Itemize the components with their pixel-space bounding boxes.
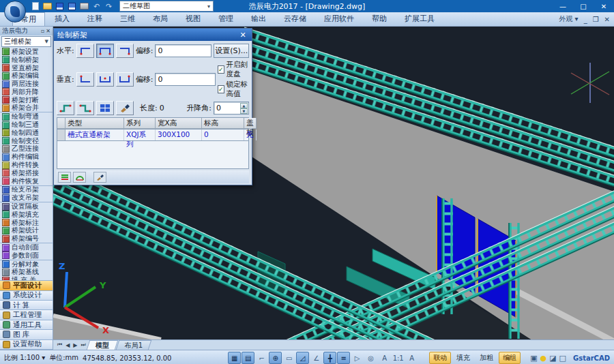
ribbon-tab[interactable]: 管理 (210, 12, 242, 26)
app-logo-icon[interactable] (4, 1, 26, 22)
model-tab[interactable]: 模型 (86, 340, 118, 350)
ribbon-tab[interactable]: 视图 (177, 12, 209, 26)
dial-checkbox[interactable]: ✓ 开启刻度盘 (218, 60, 249, 79)
horiz-align-center-button[interactable] (96, 44, 114, 58)
status-toggle[interactable]: 联动 (429, 352, 451, 364)
lineweight-icon[interactable]: ▷ (351, 352, 364, 364)
bulb-icon[interactable]: ● (540, 354, 547, 363)
doc-restore-button[interactable]: ❐ (593, 16, 599, 23)
palette-category[interactable]: 设置帮助 (0, 339, 53, 350)
clean-screen-icon[interactable]: ◪ (549, 354, 556, 363)
fullscreen-icon[interactable]: □ (559, 354, 566, 363)
palette-category[interactable]: 平面设计 (0, 280, 53, 290)
ribbon-tab[interactable]: 帮助 (364, 12, 395, 26)
palette-pin-icon[interactable]: ▫ (41, 28, 44, 34)
annotation-visibility-icon[interactable]: A (378, 352, 391, 364)
table-header-cell[interactable]: 系列 (124, 118, 156, 129)
dynamic-ucs-icon[interactable]: ╋ (323, 352, 336, 364)
brush-tool-button[interactable] (93, 172, 106, 183)
scale-selector[interactable]: 比例 1:100 ▾ (4, 353, 45, 363)
palette-item[interactable]: 改支吊架 (0, 194, 53, 202)
status-toggle[interactable]: 加粗 (476, 352, 497, 364)
maximize-button[interactable]: □ (573, 0, 594, 12)
annotation-scale-icon[interactable]: 1:1 (392, 352, 405, 364)
polar-tracking-icon[interactable]: ⊕ (269, 352, 282, 364)
table-header-cell[interactable]: 标高 (202, 118, 244, 129)
doc-minimize-button[interactable]: _ (584, 16, 587, 23)
palette-item[interactable]: 构件恢复 (0, 177, 53, 185)
layout1-tab[interactable]: 布局1 (115, 340, 151, 350)
open-file-icon[interactable] (42, 1, 53, 11)
table-header-cell[interactable]: 类型 (65, 118, 124, 129)
redo-icon[interactable]: ↷ (104, 1, 114, 11)
last-tab-icon[interactable]: ⏭ (80, 342, 87, 348)
offset-v-input[interactable]: 0 (155, 73, 216, 86)
match-properties-brush-icon[interactable] (116, 101, 134, 115)
minimize-button[interactable]: — (553, 0, 573, 12)
status-toggle[interactable]: 编组 (499, 352, 521, 364)
doc-close-button[interactable]: ✕ (604, 16, 610, 23)
save-as-icon[interactable] (67, 1, 77, 11)
step-down-button[interactable] (76, 101, 94, 115)
row-selector[interactable] (57, 130, 65, 140)
cell-series[interactable]: XQJ系列 (124, 130, 156, 140)
palette-item[interactable]: 桥架编号 (0, 234, 53, 243)
horiz-align-right-button[interactable] (116, 44, 134, 58)
tray-type-table-row[interactable]: 槽式直通桥架 XQJ系列 300X100 0 无 (57, 130, 249, 141)
palette-category[interactable]: 通用工具 (0, 320, 53, 330)
vert-align-left-button[interactable] (76, 72, 94, 87)
ribbon-tab[interactable]: 扩展工具 (396, 12, 443, 26)
cell-elevation[interactable]: 0 (202, 130, 244, 140)
lock-elevation-checkbox[interactable]: ✓ 锁定标高值 (218, 80, 249, 99)
offset-h-input[interactable]: 0 (155, 44, 211, 57)
horiz-align-left-button[interactable] (76, 44, 94, 58)
appearance-dropdown[interactable]: 外观 ▾ (559, 14, 578, 24)
list-view-button[interactable] (58, 172, 71, 183)
ribbon-tab[interactable]: 输出 (243, 12, 274, 26)
table-header-cell[interactable] (57, 118, 65, 129)
osnap-3d-icon[interactable]: ◿ (296, 352, 309, 364)
grid-pick-button[interactable] (96, 101, 114, 115)
prev-tab-icon[interactable]: ◀ (64, 342, 71, 348)
palette-category[interactable]: 图 库 (0, 329, 53, 339)
vert-align-right-button[interactable] (116, 72, 134, 87)
save-icon[interactable] (55, 1, 65, 11)
status-toggle[interactable]: 填充 (452, 352, 474, 364)
palette-item[interactable]: 桥架合并 (0, 104, 53, 112)
ribbon-tab[interactable]: 三维 (112, 12, 143, 26)
ribbon-tab[interactable]: 应用软件 (316, 12, 362, 26)
osnap-icon[interactable]: ▭ (282, 352, 295, 364)
snap-icon[interactable]: ▦ (228, 352, 241, 364)
cell-type[interactable]: 槽式直通桥架 (65, 130, 124, 140)
cell-size[interactable]: 300X100 (156, 130, 202, 140)
palette-category[interactable]: 系统设计 (0, 290, 53, 301)
close-button[interactable]: ✕ (594, 0, 614, 12)
ortho-icon[interactable]: ⌐ (255, 352, 268, 364)
print-icon[interactable] (79, 1, 89, 11)
step-up-button[interactable] (57, 101, 74, 115)
new-file-icon[interactable] (30, 1, 40, 11)
workspace-switch-icon[interactable]: ▣ (530, 354, 537, 363)
dialog-close-icon[interactable]: ✕ (237, 31, 248, 40)
autoscale-icon[interactable]: A (405, 352, 418, 364)
palette-category[interactable]: 工程管理 (0, 309, 53, 320)
undo-icon[interactable]: ↶ (91, 1, 102, 11)
drawing-viewport[interactable]: Z Y X 绘制桥架 ✕ 水平: (53, 27, 614, 339)
workspace-combo[interactable]: 二维草图 ▾ (119, 1, 214, 12)
table-header-cell[interactable]: 盖板 (244, 118, 257, 129)
angle-spinner[interactable]: 0 ▲▼ (214, 102, 249, 115)
ribbon-tab[interactable]: 布局 (145, 12, 176, 26)
palette-category[interactable]: 计 算 (0, 300, 53, 310)
settings-button[interactable]: 设置(S)... (214, 44, 249, 58)
spinner-arrows[interactable]: ▲▼ (240, 103, 248, 113)
dialog-title-bar[interactable]: 绘制桥架 ✕ (54, 29, 252, 41)
arc-view-button[interactable] (73, 172, 86, 183)
otrack-icon[interactable]: ∠ (310, 352, 323, 364)
cell-cover[interactable]: 无 (244, 130, 257, 140)
grid-icon[interactable]: ▤ (242, 352, 254, 364)
ribbon-tab[interactable]: 插入 (46, 12, 78, 26)
vert-align-center-button[interactable] (96, 72, 114, 87)
next-tab-icon[interactable]: ▶ (72, 342, 78, 348)
table-header-cell[interactable]: 宽X高 (156, 118, 202, 129)
ribbon-tab[interactable]: 云存储 (276, 12, 315, 26)
